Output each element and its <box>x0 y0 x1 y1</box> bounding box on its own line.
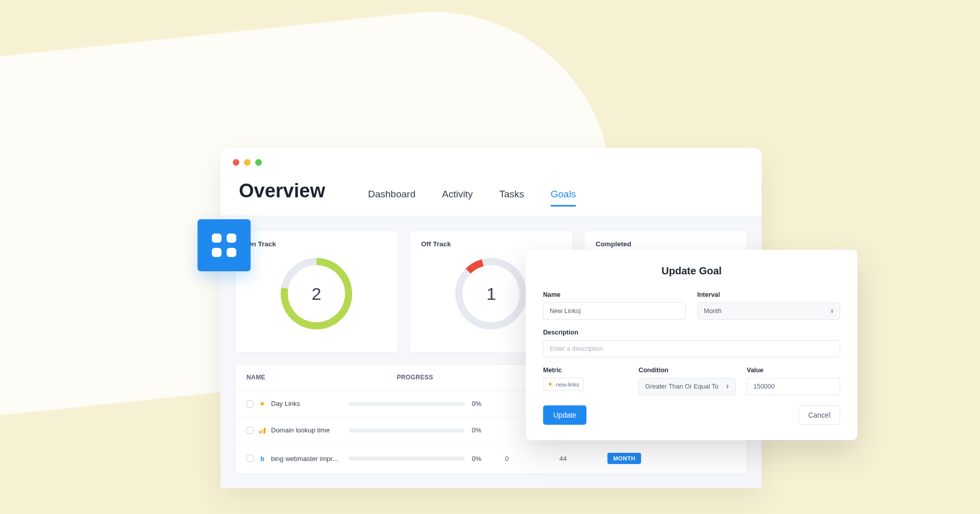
progress-text: 0% <box>472 455 481 462</box>
tab-bar: Dashboard Activity Tasks Goals <box>368 189 576 207</box>
row-value-2: 44 <box>532 455 594 462</box>
tab-goals[interactable]: Goals <box>551 189 576 207</box>
metric-chip[interactable]: ★ new-links <box>543 378 584 391</box>
card-title: Off Track <box>421 240 561 248</box>
condition-value: Greater Than Or Equal To <box>645 383 718 390</box>
description-input[interactable] <box>543 340 840 357</box>
modal-title: Update Goal <box>543 265 840 277</box>
star-icon: ★ <box>259 400 266 407</box>
minimize-icon[interactable] <box>244 159 251 166</box>
page-title: Overview <box>239 180 325 202</box>
value-input[interactable] <box>747 378 840 395</box>
label-condition: Condition <box>639 367 736 374</box>
donut-off-track: 1 <box>447 250 534 337</box>
stepper-icon: ▴▾ <box>726 384 729 389</box>
svg-rect-2 <box>264 428 265 433</box>
row-checkbox[interactable] <box>247 455 254 462</box>
interval-select[interactable]: Month ▴▾ <box>697 302 840 320</box>
donut-value: 1 <box>486 284 496 304</box>
progress-bar <box>349 456 464 460</box>
row-name: Domain lookup time <box>271 426 330 434</box>
window-controls <box>220 148 762 166</box>
progress-text: 0% <box>472 426 481 434</box>
svg-rect-0 <box>259 431 261 433</box>
star-icon: ★ <box>548 381 553 388</box>
progress-bar <box>349 428 464 432</box>
tab-tasks[interactable]: Tasks <box>499 189 524 207</box>
col-name: NAME <box>247 374 349 381</box>
interval-badge: MONTH <box>607 453 641 464</box>
col-progress: PROGRESS <box>349 374 481 381</box>
name-input[interactable] <box>543 302 686 320</box>
apps-icon[interactable] <box>198 219 251 271</box>
table-row: b bing webmaster impr... 0% 0 44 MONTH <box>235 444 747 473</box>
tab-dashboard[interactable]: Dashboard <box>368 189 415 207</box>
card-title: Completed <box>596 240 736 248</box>
row-checkbox[interactable] <box>247 400 254 407</box>
progress-bar <box>349 402 464 406</box>
analytics-icon <box>259 427 266 434</box>
donut-on-track: 2 <box>281 258 352 329</box>
cancel-button[interactable]: Cancel <box>798 405 840 425</box>
card-title: On Track <box>247 240 386 248</box>
interval-value: Month <box>704 307 722 315</box>
row-name: Day Links <box>271 400 300 407</box>
row-value-1: 0 <box>481 455 532 462</box>
row-checkbox[interactable] <box>247 427 254 434</box>
condition-select[interactable]: Greater Than Or Equal To ▴▾ <box>639 378 736 395</box>
label-metric: Metric <box>543 367 627 374</box>
label-interval: Interval <box>697 291 840 298</box>
maximize-icon[interactable] <box>255 159 262 166</box>
update-button[interactable]: Update <box>543 405 586 425</box>
close-icon[interactable] <box>233 159 239 166</box>
stepper-icon: ▴▾ <box>831 309 834 314</box>
label-name: Name <box>543 291 686 298</box>
card-on-track: On Track 2 <box>235 230 398 353</box>
tab-activity[interactable]: Activity <box>442 189 473 207</box>
progress-text: 0% <box>472 400 481 407</box>
donut-value: 2 <box>312 284 322 304</box>
metric-chip-text: new-links <box>556 381 579 388</box>
svg-rect-1 <box>262 429 263 433</box>
row-name: bing webmaster impr... <box>271 455 338 462</box>
bing-icon: b <box>259 455 266 462</box>
label-description: Description <box>543 329 840 336</box>
label-value: Value <box>747 367 840 374</box>
update-goal-modal: Update Goal Name Interval Month ▴▾ Descr… <box>526 250 857 440</box>
